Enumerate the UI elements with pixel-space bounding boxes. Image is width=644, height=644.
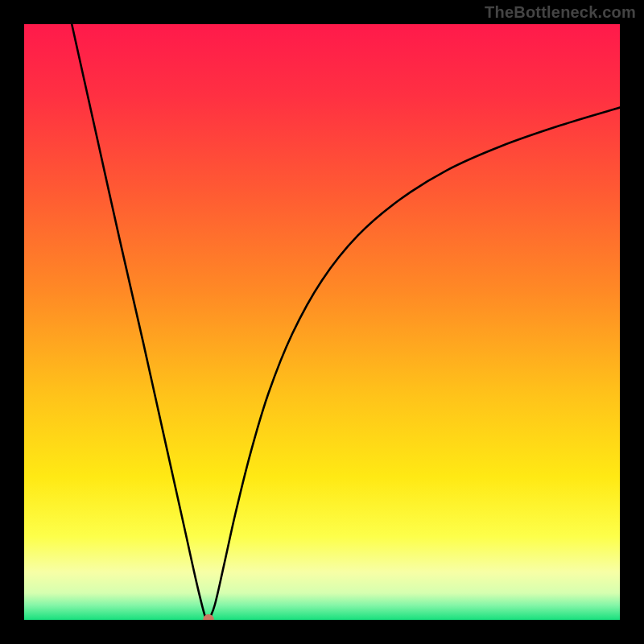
bottleneck-curve: [24, 24, 620, 620]
plot-area: [24, 24, 620, 620]
minimum-marker-dot: [203, 614, 214, 620]
curve-right-branch: [208, 108, 620, 620]
curve-left-branch: [72, 24, 208, 620]
chart-frame: TheBottleneck.com: [0, 0, 644, 644]
watermark-text: TheBottleneck.com: [485, 3, 636, 22]
